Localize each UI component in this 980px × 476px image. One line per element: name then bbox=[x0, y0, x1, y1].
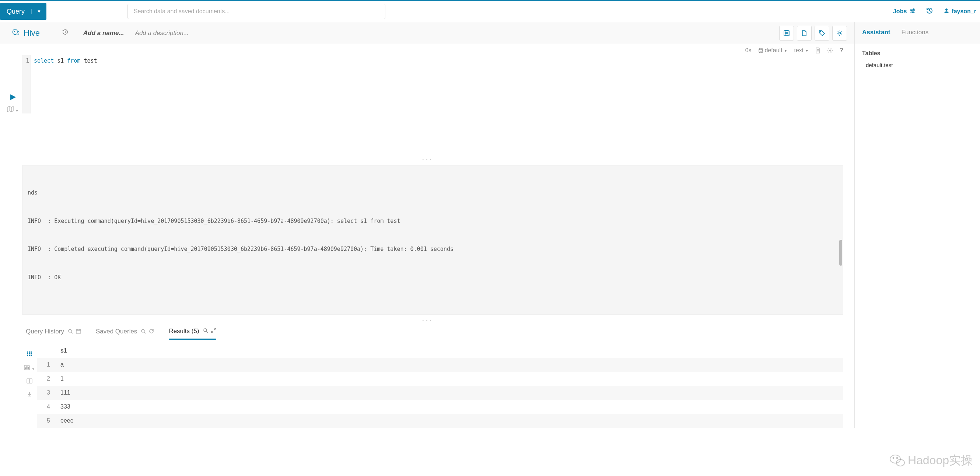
svg-point-6 bbox=[945, 8, 948, 11]
tags-button[interactable] bbox=[815, 26, 829, 41]
log-line: nds bbox=[28, 188, 838, 198]
calendar-icon[interactable] bbox=[76, 329, 81, 335]
tab-query-history[interactable]: Query History bbox=[26, 328, 81, 339]
hive-logo[interactable]: Hive bbox=[11, 29, 40, 38]
svg-rect-35 bbox=[27, 353, 28, 354]
tab-assistant[interactable]: Assistant bbox=[862, 29, 891, 38]
editor-body: ▶ ▼ 1 select s1 from test bbox=[0, 55, 854, 113]
gear-icon[interactable] bbox=[827, 48, 833, 53]
svg-rect-43 bbox=[27, 366, 27, 369]
svg-rect-32 bbox=[27, 352, 28, 353]
svg-point-3 bbox=[913, 9, 915, 10]
svg-rect-10 bbox=[785, 33, 788, 36]
column-header[interactable]: s1 bbox=[55, 344, 843, 358]
table-row[interactable]: 1a bbox=[37, 358, 843, 372]
svg-point-5 bbox=[913, 12, 914, 13]
settings-button[interactable] bbox=[832, 26, 847, 41]
resize-grip-bottom[interactable]: • • • bbox=[0, 318, 854, 322]
result-tabs: Query History Saved Queries Results (5) bbox=[0, 322, 854, 340]
svg-line-27 bbox=[144, 332, 146, 333]
svg-point-12 bbox=[839, 32, 841, 34]
run-button[interactable]: ▶ bbox=[10, 92, 16, 101]
database-selector[interactable]: default ▼ bbox=[758, 47, 788, 54]
svg-point-11 bbox=[820, 31, 821, 32]
jobs-link[interactable]: Jobs bbox=[893, 8, 916, 15]
svg-rect-38 bbox=[27, 355, 28, 356]
database-icon bbox=[758, 48, 764, 53]
tab-saved-queries[interactable]: Saved Queries bbox=[96, 328, 154, 339]
code-text: select s1 from test bbox=[31, 55, 100, 113]
name-input[interactable]: Add a name... bbox=[83, 29, 124, 37]
svg-point-20 bbox=[68, 330, 72, 332]
svg-point-4 bbox=[911, 10, 912, 11]
history-icon[interactable] bbox=[926, 7, 933, 16]
chart-view-icon[interactable]: ▼ bbox=[24, 365, 35, 372]
results-gutter: ▼ bbox=[22, 344, 37, 428]
expand-icon[interactable] bbox=[211, 328, 216, 334]
caret-down-icon: ▼ bbox=[784, 49, 788, 53]
search-input[interactable] bbox=[127, 4, 385, 19]
description-input[interactable]: Add a description... bbox=[135, 29, 189, 37]
editor-history-icon[interactable] bbox=[62, 29, 68, 37]
svg-rect-40 bbox=[30, 355, 32, 356]
code-editor[interactable]: 1 select s1 from test bbox=[22, 55, 854, 113]
right-panel: Assistant Functions Tables default.test bbox=[855, 22, 980, 428]
svg-rect-42 bbox=[25, 368, 26, 369]
hive-icon bbox=[11, 29, 21, 38]
grid-view-icon[interactable] bbox=[27, 351, 32, 358]
scrollbar-thumb[interactable] bbox=[839, 240, 842, 266]
svg-rect-37 bbox=[30, 353, 32, 354]
search-icon[interactable] bbox=[141, 329, 146, 335]
svg-rect-8 bbox=[784, 30, 789, 36]
table-row[interactable]: 21 bbox=[37, 372, 843, 386]
svg-line-29 bbox=[206, 331, 208, 333]
svg-point-17 bbox=[829, 50, 831, 51]
resize-grip-top[interactable]: • • • bbox=[0, 158, 854, 162]
user-link[interactable]: fayson_r bbox=[943, 8, 976, 15]
sliders-icon bbox=[910, 8, 916, 15]
refresh-icon[interactable] bbox=[149, 329, 154, 335]
user-icon bbox=[943, 8, 950, 15]
top-bar: Query ▼ Jobs fayson_r bbox=[0, 0, 980, 22]
tables-header: Tables bbox=[862, 50, 973, 57]
table-row[interactable]: 4333 bbox=[37, 400, 843, 414]
topbar-right: Jobs fayson_r bbox=[893, 7, 976, 16]
svg-rect-39 bbox=[29, 355, 30, 356]
table-row[interactable]: 3111 bbox=[37, 386, 843, 400]
assistant-body: Tables default.test bbox=[855, 44, 980, 75]
format-selector[interactable]: text ▼ bbox=[794, 47, 809, 54]
save-button[interactable] bbox=[779, 26, 794, 41]
left-column: Hive Add a name... Add a description... … bbox=[0, 22, 855, 428]
table-item[interactable]: default.test bbox=[862, 60, 973, 70]
search-icon[interactable] bbox=[68, 329, 73, 335]
username: fayson_r bbox=[951, 8, 976, 15]
query-caret[interactable]: ▼ bbox=[31, 9, 46, 14]
search-icon[interactable] bbox=[203, 328, 208, 334]
results-area: ▼ s1 1a 21 3111 4333 5eeee bbox=[0, 340, 854, 428]
help-icon[interactable]: ? bbox=[840, 47, 843, 54]
table-row[interactable]: 5eeee bbox=[37, 414, 843, 428]
columns-icon[interactable] bbox=[27, 378, 32, 385]
explain-button[interactable]: ▼ bbox=[7, 106, 18, 113]
right-tabs: Assistant Functions bbox=[855, 22, 980, 44]
editor-gutter: ▶ ▼ bbox=[4, 55, 22, 113]
tab-results[interactable]: Results (5) bbox=[169, 328, 216, 340]
query-button[interactable]: Query bbox=[0, 8, 31, 16]
document-icon[interactable] bbox=[815, 48, 821, 53]
new-document-button[interactable] bbox=[797, 26, 811, 41]
elapsed-time: 0s bbox=[745, 47, 752, 54]
log-line: INFO : Completed executing command(query… bbox=[28, 245, 838, 254]
header-actions bbox=[779, 26, 847, 41]
editor-header: Hive Add a name... Add a description... bbox=[0, 22, 854, 44]
download-icon[interactable] bbox=[27, 392, 32, 398]
tab-functions[interactable]: Functions bbox=[902, 29, 929, 38]
svg-point-13 bbox=[759, 48, 763, 50]
editor-toolbar: 0s default ▼ text ▼ ? bbox=[0, 44, 854, 55]
svg-rect-9 bbox=[785, 30, 788, 32]
query-dropdown: Query ▼ bbox=[0, 3, 46, 20]
svg-rect-33 bbox=[29, 352, 30, 353]
main-wrap: Hive Add a name... Add a description... … bbox=[0, 22, 980, 428]
log-panel[interactable]: nds INFO : Executing command(queryId=hiv… bbox=[22, 166, 843, 315]
svg-line-21 bbox=[71, 332, 73, 333]
search-box bbox=[127, 4, 385, 19]
